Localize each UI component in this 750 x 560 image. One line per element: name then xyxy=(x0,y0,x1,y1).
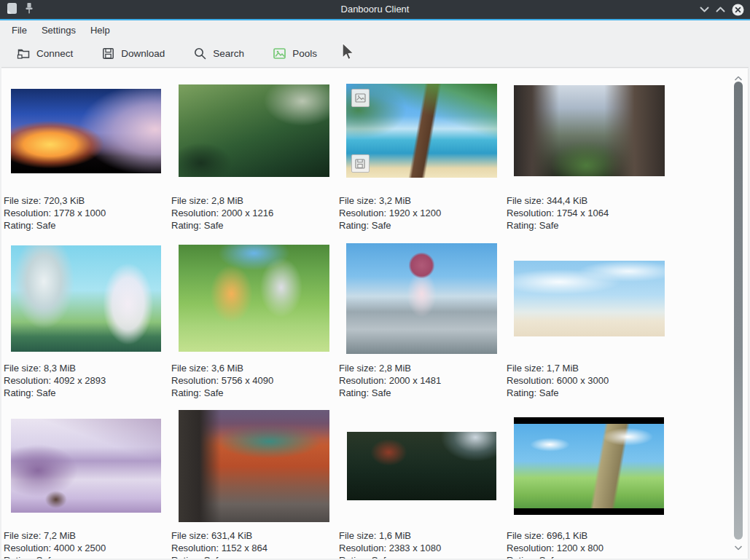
search-button[interactable]: Search xyxy=(188,43,249,64)
resolution-line: Resolution: 2000 x 1216 xyxy=(171,207,337,219)
meta-label: Resolution: xyxy=(4,375,51,386)
post-thumbnail[interactable] xyxy=(179,245,329,352)
meta-label: File size: xyxy=(339,363,376,374)
connect-button[interactable]: Connect xyxy=(12,43,77,64)
resolution-line: Resolution: 4000 x 2500 xyxy=(4,542,170,554)
resolution-line: Resolution: 4092 x 2893 xyxy=(4,374,170,387)
close-icon[interactable] xyxy=(732,4,744,16)
post-thumbnail[interactable] xyxy=(514,417,664,515)
danbooru-client-window: Danbooru Client File Settings Help Conne… xyxy=(0,0,750,560)
resolution-line: Resolution: 6000 x 3000 xyxy=(507,374,673,387)
meta-label: Resolution: xyxy=(507,375,554,386)
post-thumbnail[interactable] xyxy=(11,419,161,513)
thumbnail-area xyxy=(170,242,337,355)
post-meta: File size: 3,6 MiB Resolution: 5756 x 40… xyxy=(170,362,337,399)
meta-label: Rating: xyxy=(507,555,536,559)
resolution-line: Resolution: 2000 x 1481 xyxy=(339,374,505,387)
meta-value: 1,6 MiB xyxy=(379,530,411,541)
file-size-line: File size: 2,8 MiB xyxy=(339,362,505,374)
rating-line: Rating: Safe xyxy=(171,219,337,232)
thumbnail-area xyxy=(2,409,170,522)
post-meta: File size: 7,2 MiB Resolution: 4000 x 25… xyxy=(2,529,170,559)
file-size-line: File size: 631,4 KiB xyxy=(171,529,337,542)
view-image-button[interactable] xyxy=(351,89,370,107)
post-card: File size: 1,6 MiB Resolution: 2383 x 10… xyxy=(337,409,505,559)
meta-value: 1,7 MiB xyxy=(547,363,579,374)
post-card: File size: 2,8 MiB Resolution: 2000 x 14… xyxy=(337,242,505,409)
file-size-line: File size: 7,2 MiB xyxy=(4,529,170,542)
resolution-line: Resolution: 1920 x 1200 xyxy=(339,207,505,219)
mouse-cursor xyxy=(341,42,355,65)
window-title: Danbooru Client xyxy=(0,0,750,19)
menu-help[interactable]: Help xyxy=(83,20,117,40)
meta-label: Resolution: xyxy=(507,543,554,553)
meta-value: 3,2 MiB xyxy=(379,195,411,206)
post-thumbnail[interactable] xyxy=(347,432,496,500)
rating-line: Rating: Safe xyxy=(4,387,170,399)
meta-value: 696,1 KiB xyxy=(547,530,587,541)
meta-label: Rating: xyxy=(339,220,369,231)
search-icon xyxy=(192,46,208,61)
thumbnail-area xyxy=(505,242,673,355)
meta-value: 3,6 MiB xyxy=(211,363,243,374)
thumbnail-area xyxy=(2,74,170,187)
menu-file[interactable]: File xyxy=(4,20,34,40)
rating-line: Rating: Safe xyxy=(4,219,170,232)
meta-value: 2000 x 1216 xyxy=(222,208,274,218)
post-card: File size: 631,4 KiB Resolution: 1152 x … xyxy=(170,409,337,559)
resolution-line: Resolution: 2383 x 1080 xyxy=(339,542,505,554)
meta-value: 1152 x 864 xyxy=(222,543,267,553)
file-size-line: File size: 3,6 MiB xyxy=(171,362,337,374)
meta-label: Rating: xyxy=(4,220,34,231)
meta-value: 4000 x 2500 xyxy=(54,543,106,553)
post-thumbnail[interactable] xyxy=(179,410,329,522)
thumbnail-area xyxy=(2,242,170,355)
post-card: File size: 344,4 KiB Resolution: 1754 x … xyxy=(505,74,673,242)
post-meta: File size: 720,3 KiB Resolution: 1778 x … xyxy=(2,194,170,232)
thumbnail-area xyxy=(170,74,337,187)
meta-value: 6000 x 3000 xyxy=(557,375,609,386)
post-meta: File size: 8,3 MiB Resolution: 4092 x 28… xyxy=(2,362,170,399)
rating-line: Rating: Safe xyxy=(339,387,505,399)
post-thumbnail[interactable] xyxy=(346,243,497,354)
post-thumbnail[interactable] xyxy=(514,85,665,176)
vertical-scrollbar[interactable] xyxy=(733,68,743,559)
download-button[interactable]: Download xyxy=(96,43,169,64)
post-meta: File size: 696,1 KiB Resolution: 1200 x … xyxy=(505,529,673,559)
titlebar[interactable]: Danbooru Client xyxy=(0,0,750,19)
rating-line: Rating: Safe xyxy=(507,387,673,399)
maximize-icon[interactable] xyxy=(716,7,725,12)
post-thumbnail[interactable] xyxy=(514,261,665,336)
post-meta: File size: 1,7 MiB Resolution: 6000 x 30… xyxy=(505,362,673,399)
meta-label: Rating: xyxy=(507,387,536,398)
resolution-line: Resolution: 1152 x 864 xyxy=(171,542,337,554)
minimize-icon[interactable] xyxy=(700,7,709,12)
post-thumbnail[interactable] xyxy=(346,84,497,178)
scrollbar-thumb[interactable] xyxy=(734,82,743,540)
post-thumbnail[interactable] xyxy=(179,84,329,177)
meta-value: Safe xyxy=(36,387,56,398)
thumbnail-area xyxy=(337,409,505,522)
meta-label: Resolution: xyxy=(339,543,386,553)
scroll-down-icon[interactable] xyxy=(734,540,743,553)
menu-settings[interactable]: Settings xyxy=(34,20,83,40)
post-thumbnail[interactable] xyxy=(11,89,161,173)
save-image-button[interactable] xyxy=(351,154,370,173)
meta-value: Safe xyxy=(204,220,224,231)
meta-value: Safe xyxy=(539,555,559,559)
pools-button[interactable]: Pools xyxy=(267,43,321,64)
file-size-line: File size: 8,3 MiB xyxy=(4,362,170,374)
meta-value: Safe xyxy=(372,220,391,231)
meta-label: Rating: xyxy=(4,555,34,559)
meta-label: File size: xyxy=(507,530,544,541)
post-thumbnail[interactable] xyxy=(11,245,161,352)
meta-value: Safe xyxy=(372,555,391,559)
meta-value: Safe xyxy=(204,387,224,398)
post-meta: File size: 631,4 KiB Resolution: 1152 x … xyxy=(170,529,337,559)
meta-label: Rating: xyxy=(4,387,34,398)
resolution-line: Resolution: 5756 x 4090 xyxy=(171,374,337,387)
meta-value: 7,2 MiB xyxy=(44,530,76,541)
rating-line: Rating: Safe xyxy=(507,554,673,559)
file-size-line: File size: 720,3 KiB xyxy=(4,194,170,207)
meta-label: File size: xyxy=(171,530,208,541)
